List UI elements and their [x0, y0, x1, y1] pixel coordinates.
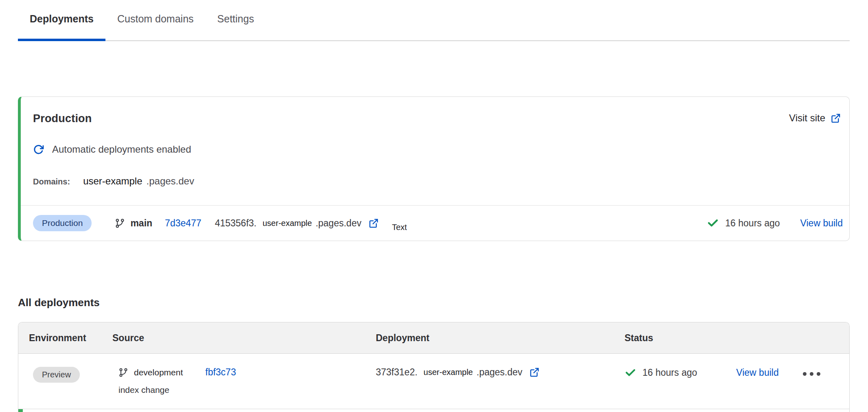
external-link-icon [830, 113, 841, 124]
row-note-text: Text [392, 223, 407, 232]
deployment-url-hash: 373f31e2. [376, 367, 417, 378]
domain-name: user-example [83, 175, 142, 187]
production-card: Production Visit site Automa [18, 96, 850, 241]
deployments-page: Deployments Custom domains Settings Prod… [0, 0, 868, 412]
git-branch-icon [115, 218, 125, 228]
production-deployment-row: Production main 7d3e477 415356f3. user-e… [21, 205, 849, 241]
auto-deployments-text: Automatic deployments enabled [52, 144, 191, 155]
production-card-title: Production [33, 112, 92, 125]
view-build-link[interactable]: View build [800, 218, 843, 229]
check-icon [625, 367, 636, 379]
deployments-table: Environment Source Deployment Status Pre… [18, 322, 850, 412]
check-icon [707, 217, 719, 229]
commit-link[interactable]: fbf3c73 [205, 367, 236, 378]
deploy-time: 16 hours ago [642, 367, 697, 378]
next-row-peek [18, 409, 849, 412]
view-build-link[interactable]: View build [736, 367, 778, 378]
deployment-url-suffix: .pages.dev [477, 367, 523, 378]
branch-name: main [130, 218, 152, 229]
col-environment: Environment [29, 333, 112, 344]
refresh-icon [33, 144, 44, 155]
tab-bar: Deployments Custom domains Settings [18, 0, 850, 41]
deployment-url-hash: 415356f3. [215, 218, 256, 229]
external-link-icon[interactable] [529, 367, 540, 378]
tab-deployments[interactable]: Deployments [18, 0, 105, 41]
tab-custom-domains[interactable]: Custom domains [105, 0, 206, 41]
deployment-url-suffix: .pages.dev [316, 218, 362, 229]
col-status: Status [625, 333, 849, 344]
deployment-url-name: user-example [263, 219, 312, 228]
branch-name: development [134, 368, 183, 377]
all-deployments-heading: All deployments [18, 296, 850, 309]
more-menu-icon[interactable] [803, 370, 820, 376]
visit-site-label: Visit site [789, 112, 825, 124]
domains-label: Domains: [33, 177, 70, 186]
deployment-url-name: user-example [423, 368, 473, 377]
col-deployment: Deployment [376, 333, 625, 344]
table-row: Preview development fbf3c73 [18, 354, 849, 409]
table-header-row: Environment Source Deployment Status [18, 322, 849, 354]
commit-message: index change [118, 385, 376, 395]
deploy-time: 16 hours ago [725, 218, 780, 229]
environment-badge: Preview [33, 367, 80, 383]
environment-badge: Production [33, 215, 92, 231]
external-link-icon[interactable] [368, 218, 379, 229]
col-source: Source [112, 333, 376, 344]
domain-suffix: .pages.dev [147, 175, 194, 187]
git-branch-icon [118, 368, 128, 377]
visit-site-link[interactable]: Visit site [789, 112, 841, 124]
production-edge-indicator [18, 409, 23, 412]
domains-row: Domains: user-example .pages.dev [21, 175, 849, 187]
commit-link[interactable]: 7d3e477 [165, 218, 202, 229]
tab-settings[interactable]: Settings [206, 0, 266, 41]
